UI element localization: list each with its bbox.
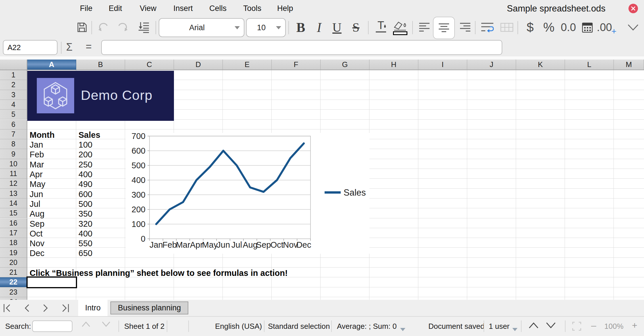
chevron-left-icon <box>23 303 30 313</box>
menu-view[interactable]: View <box>140 4 156 13</box>
row-header-24[interactable]: 24 <box>0 297 27 300</box>
stats-dropdown-button[interactable] <box>400 324 405 333</box>
search-previous-button[interactable] <box>81 321 91 330</box>
equals-button[interactable]: = <box>86 41 92 53</box>
menu-file[interactable]: File <box>80 4 93 13</box>
row-header-23[interactable]: 23 <box>0 287 27 297</box>
menu-insert[interactable]: Insert <box>173 4 193 13</box>
add-decimal-place-button[interactable]: .00 + <box>597 16 616 39</box>
column-header-F[interactable]: F <box>272 60 321 70</box>
zoom-level[interactable]: 100% <box>604 322 624 331</box>
column-header-J[interactable]: J <box>467 60 516 70</box>
undo-button[interactable] <box>95 16 112 39</box>
zoom-out-button[interactable]: – <box>591 320 596 331</box>
column-header-L[interactable]: L <box>565 60 614 70</box>
sheet-tab-intro[interactable]: Intro <box>78 300 108 316</box>
search-next-button[interactable] <box>101 321 111 330</box>
row-header-9[interactable]: 9 <box>0 149 27 159</box>
next-sheet-button[interactable] <box>42 303 49 314</box>
users-dropdown-button[interactable] <box>512 324 518 333</box>
language-status[interactable]: English (USA) <box>215 322 262 331</box>
row-header-18[interactable]: 18 <box>0 238 27 248</box>
underline-button[interactable]: U <box>328 16 346 39</box>
row-header-21[interactable]: 21 <box>0 268 27 277</box>
selection-mode-status[interactable]: Standard selection <box>268 322 330 331</box>
font-name-combobox[interactable]: Arial <box>159 18 244 37</box>
column-header-A[interactable]: A <box>27 60 76 70</box>
first-sheet-button[interactable] <box>3 303 12 314</box>
highlight-color-button[interactable] <box>390 16 410 39</box>
row-header-5[interactable]: 5 <box>0 110 27 119</box>
merge-cells-button[interactable] <box>498 16 516 39</box>
svg-text:Mar: Mar <box>176 240 190 249</box>
font-size-combobox[interactable]: 10 <box>246 18 286 37</box>
scroll-down-button[interactable] <box>545 321 557 331</box>
last-sheet-button[interactable] <box>61 303 70 314</box>
row-header-16[interactable]: 16 <box>0 218 27 228</box>
wrap-text-button[interactable] <box>478 16 496 39</box>
scroll-up-button[interactable] <box>528 321 539 331</box>
redo-button[interactable] <box>114 16 131 39</box>
demo-corp-banner-image[interactable]: Demo Corp <box>27 71 174 121</box>
cell-reference-box[interactable]: A22 <box>3 40 57 55</box>
row-header-13[interactable]: 13 <box>0 189 27 198</box>
row-header-8[interactable]: 8 <box>0 139 27 149</box>
select-all-corner[interactable] <box>0 60 27 70</box>
row-header-14[interactable]: 14 <box>0 198 27 208</box>
italic-button[interactable]: I <box>311 16 327 39</box>
more-options-button[interactable] <box>624 16 642 39</box>
row-header-19[interactable]: 19 <box>0 248 27 257</box>
row-header-15[interactable]: 15 <box>0 208 27 218</box>
align-center-button[interactable] <box>433 17 455 39</box>
column-header-E[interactable]: E <box>223 60 272 70</box>
stats-status[interactable]: Average: ; Sum: 0 <box>337 322 397 331</box>
formula-input[interactable] <box>101 40 502 55</box>
close-document-button[interactable] <box>628 4 638 13</box>
align-left-button[interactable] <box>416 16 432 39</box>
column-header-D[interactable]: D <box>174 60 223 70</box>
row-header-22[interactable]: 22 <box>0 277 27 287</box>
column-header-C[interactable]: C <box>125 60 174 70</box>
menu-help[interactable]: Help <box>277 4 293 13</box>
row-header-11[interactable]: 11 <box>0 169 27 179</box>
row-header-7[interactable]: 7 <box>0 129 27 139</box>
row-header-3[interactable]: 3 <box>0 90 27 100</box>
sheet-tab-business-planning[interactable]: Business planning <box>110 301 188 314</box>
menu-edit[interactable]: Edit <box>109 4 122 13</box>
row-header-6[interactable]: 6 <box>0 120 27 129</box>
column-header-K[interactable]: K <box>516 60 565 70</box>
row-header-10[interactable]: 10 <box>0 159 27 169</box>
column-header-I[interactable]: I <box>418 60 467 70</box>
row-header-4[interactable]: 4 <box>0 100 27 110</box>
date-format-button[interactable] <box>579 16 596 39</box>
search-input[interactable] <box>32 320 72 332</box>
sales-line-chart[interactable]: 0100200300400500600700JanFebMarAprMayJun… <box>126 133 369 254</box>
currency-format-button[interactable]: $ <box>522 16 538 39</box>
row-header-12[interactable]: 12 <box>0 179 27 188</box>
save-button[interactable] <box>74 16 90 39</box>
menu-tools[interactable]: Tools <box>243 4 261 13</box>
fit-page-button[interactable] <box>572 321 582 333</box>
strikethrough-button[interactable]: S <box>347 16 365 39</box>
spreadsheet-grid[interactable]: ABCDEFGHIJKLM 12345678910111213141516171… <box>0 60 644 300</box>
column-header-H[interactable]: H <box>369 60 418 70</box>
move-down-button[interactable] <box>135 16 152 39</box>
row-header-1[interactable]: 1 <box>0 70 27 80</box>
align-right-button[interactable] <box>457 16 473 39</box>
sum-button[interactable]: Σ <box>66 41 72 53</box>
row-header-2[interactable]: 2 <box>0 80 27 90</box>
percent-format-button[interactable]: % <box>540 16 558 39</box>
font-color-button[interactable]: T <box>372 16 390 39</box>
bold-button[interactable]: B <box>292 16 309 39</box>
decimal-format-button[interactable]: 0.0 <box>559 16 577 39</box>
previous-sheet-button[interactable] <box>23 303 30 314</box>
column-header-G[interactable]: G <box>321 60 369 70</box>
users-status[interactable]: 1 user <box>489 322 509 331</box>
row-header-17[interactable]: 17 <box>0 228 27 238</box>
menu-cells[interactable]: Cells <box>209 4 227 13</box>
column-header-B[interactable]: B <box>76 60 125 70</box>
zoom-in-button[interactable]: + <box>632 320 637 331</box>
row-header-20[interactable]: 20 <box>0 258 27 268</box>
fit-page-icon <box>572 321 582 331</box>
column-header-M[interactable]: M <box>614 60 644 70</box>
